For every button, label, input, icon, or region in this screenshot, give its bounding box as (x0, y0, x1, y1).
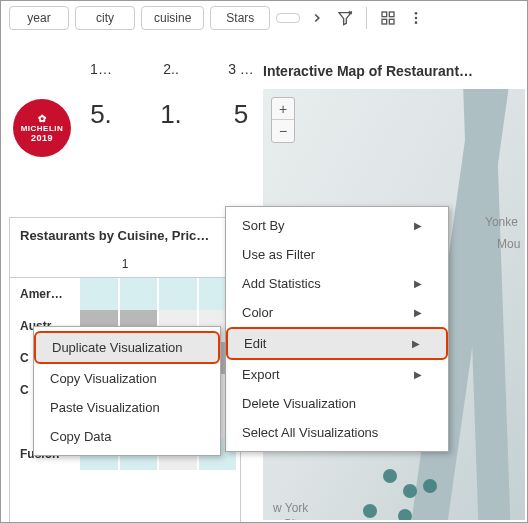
menu-item-edit[interactable]: Edit▶ (226, 327, 448, 360)
stat-label-3: 3 … (221, 61, 261, 77)
submenu-arrow-icon: ▶ (412, 338, 420, 349)
map-marker[interactable] (398, 509, 412, 520)
stats-value-row: 5. 1. 5 (81, 99, 261, 130)
map-label-mount: Mou (497, 237, 520, 251)
svg-point-8 (415, 17, 418, 20)
menu-item-label: Sort By (242, 218, 285, 233)
menu-item-label: Edit (244, 336, 266, 351)
stats-header-row: 1… 2.. 3 … (81, 61, 261, 77)
map-label-yonkers: Yonke (485, 215, 518, 229)
menu-item-label: Duplicate Visualization (52, 340, 183, 355)
stat-label-1: 1… (81, 61, 121, 77)
submenu-arrow-icon: ▶ (414, 307, 422, 318)
map-zoom-out[interactable]: − (272, 120, 294, 142)
menu-item-paste-visualization[interactable]: Paste Visualization (34, 393, 220, 422)
pill-city[interactable]: city (75, 6, 135, 30)
map-title: Interactive Map of Restaurant… (263, 63, 473, 79)
menu-item-label: Copy Visualization (50, 371, 157, 386)
chevron-right-icon[interactable] (306, 7, 328, 29)
svg-rect-5 (382, 19, 387, 24)
heatmap-cell[interactable] (80, 278, 118, 310)
submenu-arrow-icon: ▶ (414, 369, 422, 380)
svg-point-7 (415, 12, 418, 15)
toolbar-separator (366, 7, 367, 29)
stat-label-2: 2.. (151, 61, 191, 77)
stat-value-3: 5 (221, 99, 261, 130)
svg-rect-3 (382, 12, 387, 17)
menu-item-label: Export (242, 367, 280, 382)
map-zoom-controls: + − (271, 97, 295, 143)
pill-year[interactable]: year (9, 6, 69, 30)
pill-empty[interactable] (276, 13, 300, 23)
stat-value-2: 1. (151, 99, 191, 130)
michelin-flower-icon: ✿ (38, 114, 47, 124)
heatmap-title: Restaurants by Cuisine, Pric… (10, 218, 240, 251)
heatmap-colhead: 1 (10, 251, 240, 278)
submenu-arrow-icon: ▶ (414, 220, 422, 231)
map-marker[interactable] (403, 484, 417, 498)
map-marker[interactable] (423, 479, 437, 493)
menu-item-label: Use as Filter (242, 247, 315, 262)
filter-clear-icon[interactable] (334, 7, 356, 29)
menu-item-sort-by[interactable]: Sort By▶ (226, 211, 448, 240)
stat-value-1: 5. (81, 99, 121, 130)
context-menu-main: Sort By▶Use as FilterAdd Statistics▶Colo… (225, 206, 449, 452)
heatmap-row[interactable]: Amer… (10, 278, 240, 310)
heatmap-cells (80, 278, 240, 310)
heatmap-cell[interactable] (120, 278, 158, 310)
map-marker[interactable] (363, 504, 377, 518)
michelin-brand: MICHELIN (21, 124, 64, 133)
menu-item-copy-visualization[interactable]: Copy Visualization (34, 364, 220, 393)
svg-rect-4 (390, 12, 395, 17)
map-marker[interactable] (383, 469, 397, 483)
menu-item-color[interactable]: Color▶ (226, 298, 448, 327)
menu-item-label: Delete Visualization (242, 396, 356, 411)
menu-item-label: Copy Data (50, 429, 111, 444)
menu-item-duplicate-visualization[interactable]: Duplicate Visualization (34, 331, 220, 364)
submenu-arrow-icon: ▶ (414, 278, 422, 289)
menu-item-copy-data[interactable]: Copy Data (34, 422, 220, 451)
map-label-city: n City (273, 517, 304, 520)
map-label-wyork: w York (273, 501, 308, 515)
menu-item-select-all-visualizations[interactable]: Select All Visualizations (226, 418, 448, 447)
svg-point-9 (415, 21, 418, 24)
michelin-year: 2019 (31, 133, 53, 143)
svg-rect-6 (390, 19, 395, 24)
layout-icon[interactable] (377, 7, 399, 29)
menu-item-export[interactable]: Export▶ (226, 360, 448, 389)
michelin-badge[interactable]: ✿ MICHELIN 2019 (13, 99, 71, 157)
menu-item-use-as-filter[interactable]: Use as Filter (226, 240, 448, 269)
menu-item-add-statistics[interactable]: Add Statistics▶ (226, 269, 448, 298)
heatmap-cell[interactable] (159, 278, 197, 310)
filter-toolbar: year city cuisine Stars (1, 1, 527, 35)
pill-stars[interactable]: Stars (210, 6, 270, 30)
more-icon[interactable] (405, 7, 427, 29)
menu-item-label: Add Statistics (242, 276, 321, 291)
context-submenu: Duplicate VisualizationCopy Visualizatio… (33, 326, 221, 456)
menu-item-delete-visualization[interactable]: Delete Visualization (226, 389, 448, 418)
menu-item-label: Paste Visualization (50, 400, 160, 415)
heatmap-row-label: Amer… (10, 287, 80, 301)
menu-item-label: Color (242, 305, 273, 320)
pill-cuisine[interactable]: cuisine (141, 6, 204, 30)
svg-marker-0 (339, 13, 351, 25)
map-zoom-in[interactable]: + (272, 98, 294, 120)
menu-item-label: Select All Visualizations (242, 425, 378, 440)
